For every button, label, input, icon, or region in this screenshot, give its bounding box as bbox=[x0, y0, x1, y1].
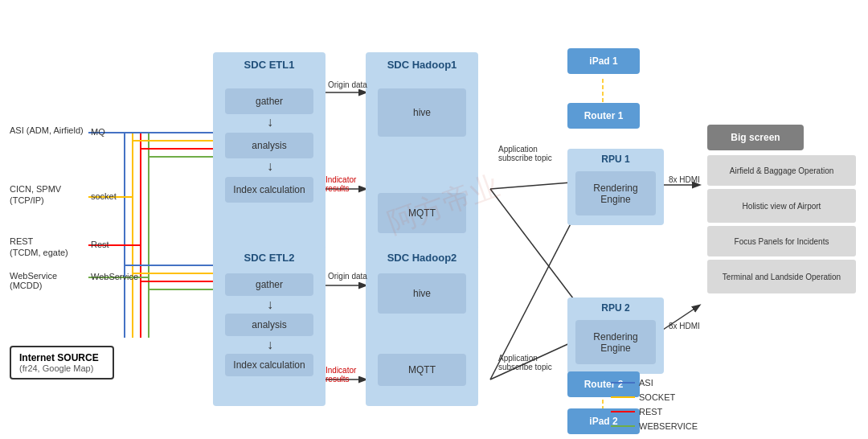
hadoop2-mqtt-box: MQTT bbox=[378, 354, 466, 386]
webservice-connector-label: WebService bbox=[91, 272, 138, 281]
etl1-arrow2: ↓ bbox=[267, 159, 273, 174]
ipad1-box: iPad 1 bbox=[567, 48, 640, 74]
etl1-arrow1: ↓ bbox=[267, 115, 273, 129]
bigscreen-item-1: Holistic view of Airport bbox=[707, 189, 856, 223]
etl1-gather-box: gather bbox=[225, 88, 313, 114]
sdc-etl1-container: SDC ETL1 gather ↓ analysis ↓ Index calcu… bbox=[213, 52, 326, 273]
internet-source-box: Internet SOURCE (fr24, Google Map) bbox=[10, 346, 114, 380]
rpu2-container: RPU 2 RenderingEngine bbox=[567, 297, 664, 374]
rest-source-label: REST(TCDM, egate) bbox=[10, 236, 86, 259]
etl2-arrow2: ↓ bbox=[267, 338, 273, 352]
indicator-results1-label: Indicatorresults bbox=[326, 175, 356, 193]
legend-webservice: WEBSERVICE bbox=[611, 421, 698, 431]
app-subscribe2-label: Applicationsubscribe topic bbox=[498, 354, 552, 371]
etl2-index-box: Index calculation bbox=[225, 354, 313, 376]
legend-rest: REST bbox=[611, 407, 662, 416]
indicator-results2-label: Indicatorresults bbox=[326, 366, 356, 384]
mq-label: MQ bbox=[91, 127, 105, 137]
bigscreen-item-3: Terminal and Landside Operation bbox=[707, 260, 856, 293]
cicn-source-label: CICN, SPMV(TCP/IP) bbox=[10, 183, 86, 207]
legend-asi: ASI bbox=[611, 378, 653, 388]
etl2-arrow1: ↓ bbox=[267, 297, 273, 312]
etl1-index-box: Index calculation bbox=[225, 177, 313, 203]
rpu1-container: RPU 1 RenderingEngine bbox=[567, 149, 664, 225]
webservice-source-label: WebService (MCDD) bbox=[10, 271, 90, 290]
sdc-hadoop2-title: SDC Hadoop2 bbox=[366, 252, 478, 264]
internet-source-title: Internet SOURCE bbox=[19, 352, 104, 363]
rpu2-title: RPU 2 bbox=[567, 302, 664, 314]
socket-label: socket bbox=[91, 191, 117, 201]
legend-rest-line bbox=[611, 411, 635, 412]
legend-asi-line bbox=[611, 382, 635, 384]
etl2-analysis-box: analysis bbox=[225, 314, 313, 336]
diagram-container: ASI (ADM, Airfield) CICN, SPMV(TCP/IP) R… bbox=[0, 0, 868, 439]
internet-source-subtitle: (fr24, Google Map) bbox=[19, 363, 104, 373]
sdc-etl1-title: SDC ETL1 bbox=[213, 59, 326, 71]
hadoop2-hive-box: hive bbox=[378, 273, 466, 314]
origin-data2-label: Origin data bbox=[328, 272, 367, 281]
legend-socket-line bbox=[611, 396, 635, 398]
bigscreen-item-0: Airfield & Baggage Operation bbox=[707, 155, 856, 186]
sdc-hadoop1-title: SDC Hadoop1 bbox=[366, 59, 478, 71]
hadoop1-hive-box: hive bbox=[378, 88, 466, 137]
big-screen-title: Big screen bbox=[707, 125, 804, 150]
rpu2-engine-box: RenderingEngine bbox=[575, 320, 656, 364]
legend-socket-label: SOCKET bbox=[639, 392, 675, 402]
router1-box: Router 1 bbox=[567, 103, 640, 129]
rpu1-hdmi-label: 8x HDMI bbox=[669, 175, 700, 184]
origin-data1-label: Origin data bbox=[328, 80, 367, 89]
app-subscribe1-label: Applicationsubscribe topic bbox=[498, 145, 552, 162]
hadoop1-mqtt-box: MQTT bbox=[378, 193, 466, 233]
asi-source-label: ASI (ADM, Airfield) bbox=[10, 125, 86, 136]
legend-webservice-line bbox=[611, 425, 635, 427]
etl1-analysis-box: analysis bbox=[225, 133, 313, 158]
rest-connector-label: Rest bbox=[91, 240, 109, 249]
legend-webservice-label: WEBSERVICE bbox=[639, 421, 698, 431]
rpu1-title: RPU 1 bbox=[567, 154, 664, 165]
legend-asi-label: ASI bbox=[639, 378, 653, 388]
rpu1-engine-box: RenderingEngine bbox=[575, 171, 656, 215]
sdc-hadoop1-container: SDC Hadoop1 hive MQTT bbox=[366, 52, 478, 273]
legend-rest-label: REST bbox=[639, 407, 662, 416]
rpu2-hdmi-label: 8x HDMI bbox=[669, 322, 700, 330]
sdc-etl2-container: SDC ETL2 gather ↓ analysis ↓ Index calcu… bbox=[213, 245, 326, 406]
legend-socket: SOCKET bbox=[611, 392, 675, 402]
sdc-hadoop2-container: SDC Hadoop2 hive MQTT bbox=[366, 245, 478, 406]
etl2-gather-box: gather bbox=[225, 273, 313, 296]
sdc-etl2-title: SDC ETL2 bbox=[213, 252, 326, 264]
bigscreen-item-2: Focus Panels for Incidents bbox=[707, 226, 856, 256]
